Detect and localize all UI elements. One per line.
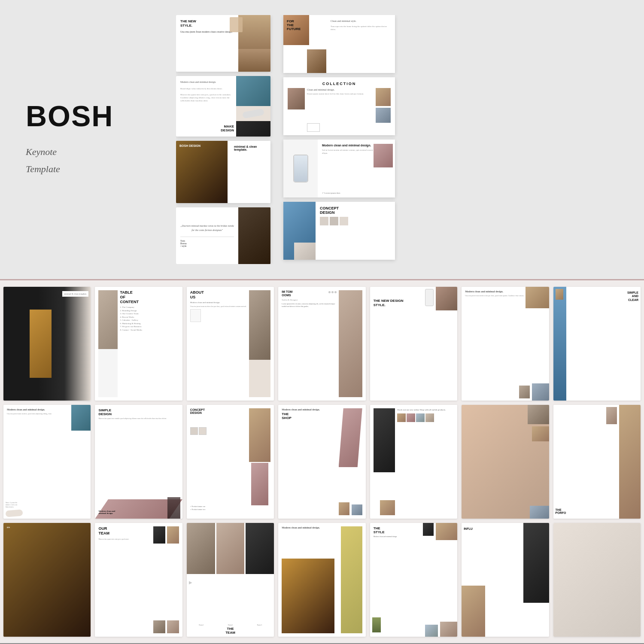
thumb-simple-clear[interactable]: SIMPLEANDCLEAR [553,287,641,401]
thumb-new-design-style[interactable]: THE NEW DESIGNSTYLE. [370,287,457,401]
slides-column-1: THE NEWSTYLE. Una etea jnem frean modern… [176,15,270,264]
thumb-about-title: ABOUTUS [190,290,247,300]
thumb-toc-title: TABLEOFCONTENT [120,290,179,304]
thumb-partial-dark[interactable]: minimal & clean template. [3,287,91,401]
slides-column-2: FORTHEFUTURE Clean and minimal style. Te… [283,15,395,264]
slide-concept-design-main[interactable]: CONCEPTDESIGN [283,202,395,260]
thumb-tt-title: THETEAM [187,627,274,635]
slide-future-title: FORTHEFUTURE [287,19,301,31]
thumb-style-placeholder[interactable] [462,405,549,519]
main-slides-wrapper: THE NEWSTYLE. Una etea jnem frean modern… [176,15,618,264]
thumb-modern-clean-1[interactable]: Modern clean and minimal design. Una ete… [462,287,549,401]
slide-quote[interactable]: „Dacreen minead murdas voras ia the brid… [176,207,270,264]
slide-2-title: MAKEDESIGN [221,125,236,132]
thumb-tom-subtitle: Stylist & Designer [282,299,336,302]
thumb-filler [553,523,641,637]
thumb-modern-clean-2[interactable]: Modern clean and minimal design. Una ete… [3,405,91,519]
slide-collection[interactable]: COLLECTION Clean and minimal design. Eiu… [283,77,395,135]
thumb-concept-design[interactable]: CONCEPTDESIGN ✓ Product feature one✓ Pro… [187,405,274,519]
slide-bosh-design[interactable]: BOSH DESIGN minimal & cleantemplate. [176,141,270,204]
slide-make-design[interactable]: Modern clean and minimal design. MAKEDES… [176,76,270,137]
thumb-the-style[interactable]: THESTYLE Modern clean and minimal design… [370,523,457,637]
thumb-shop-title: THESHOP [282,412,336,420]
slide-future-body: Clean and minimal style. [331,19,391,23]
brand-subtitle: Keynote Template [26,143,163,177]
slide-3-right-title: minimal & cleantemplate. [234,145,266,151]
thumb-sd-title: SIMPLEDESIGN [98,408,179,416]
thumbnails-section: minimal & clean template. TABLEOFCONTENT… [0,279,644,643]
thumb-table-content[interactable]: TABLEOFCONTENT 1. The Company2. Branding… [95,287,182,401]
thumb-the-team[interactable]: ▶ THETEAM Name1Name2Name3 [187,523,274,637]
thumb-shop-subtitle: Modern clean and minimal design. [282,408,336,411]
thumb-cd-title: CONCEPTDESIGN [190,408,247,414]
slide-3-overlay-title: BOSH DESIGN [179,144,200,147]
thumb-ot-title: OURTEAM [98,526,151,536]
slide-phone[interactable]: Modern clean and minimal design. Sed ut … [283,140,395,197]
brand-section: BOSH Keynote Template [26,101,163,177]
slide-1-title: THE NEWSTYLE. [180,19,234,27]
thumb-sc-title: SIMPLEANDCLEAR [627,291,638,302]
slide-1-body: Una etea jnem frean modern clean creativ… [180,30,234,33]
slide-collection-body: Clean and minimal design. [307,88,374,91]
thumb-face-portrait[interactable]: Modern clean and minimal design. [278,523,365,637]
thumb-fashion-dark[interactable]: DN [3,523,91,637]
thumb-simple-design[interactable]: SIMPLEDESIGN Maecen das quam intro nimbl… [95,405,182,519]
slide-4-quote: „Dacreen minead murdas voras ia the brid… [180,224,234,232]
slide-2-body: Modern clean and minimal design. [180,80,232,84]
thumb-toc-items: 1. The Company2. Branding Design3. Our C… [120,306,179,331]
thumb-online-shop[interactable]: Check out our new online Shop with all s… [370,405,457,519]
thumb-im-tom[interactable]: IM TOMOOMS Stylist & Designer Loctut ips… [278,287,365,401]
thumb-the-shop[interactable]: Modern clean and minimal design. THESHOP [278,405,365,519]
thumb-influ[interactable]: INFLU [462,523,549,637]
brand-name: BOSH [26,101,163,131]
thumbnail-grid: minimal & clean template. TABLEOFCONTENT… [3,287,641,637]
slide-for-future[interactable]: FORTHEFUTURE Clean and minimal style. Te… [283,15,395,73]
thumb-influ-title: INFLU [464,527,473,530]
thumb-porfo-title: THEPORFO [556,508,566,514]
slide-concept-title: CONCEPTDESIGN [320,206,391,215]
thumb-our-team[interactable]: OURTEAM Maecen das quam intro nim pers q… [95,523,182,637]
slide-new-style[interactable]: THE NEWSTYLE. Una etea jnem frean modern… [176,15,270,72]
thumb-partial-text: minimal & clean template. [62,291,88,297]
thumb-os-text: Check out our new online Shop with all s… [397,408,454,411]
main-showcase: BOSH Keynote Template THE NEWSTYLE. Una … [0,0,644,279]
thumb-fp-text: Modern clean and minimal design. [282,526,338,529]
thumb-about-us[interactable]: ABOUTUS Modern clean and minimal design.… [187,287,274,401]
thumb-porfo[interactable]: THEPORFO [553,405,641,519]
slide-collection-title: COLLECTION [288,82,391,86]
